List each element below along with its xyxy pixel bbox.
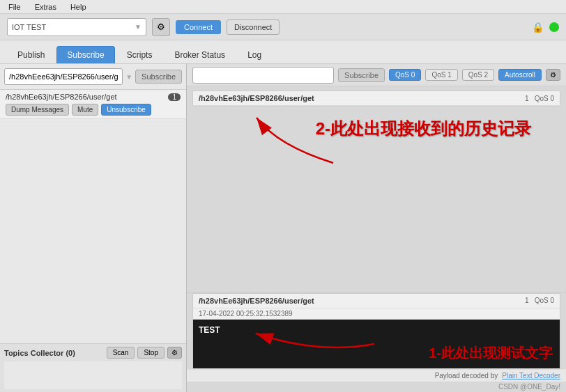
message-content-text: TEST <box>199 325 220 335</box>
disconnect-button[interactable]: Disconnect <box>227 19 280 35</box>
right-settings-button[interactable]: ⚙ <box>546 69 560 81</box>
qos0-button[interactable]: QoS 0 <box>389 69 421 81</box>
menu-file[interactable]: File <box>6 3 24 11</box>
mute-button[interactable]: Mute <box>72 104 98 116</box>
tab-log[interactable]: Log <box>237 46 272 63</box>
watermark: CSDN @ONE_Day! <box>187 382 566 392</box>
payload-bar: Payload decoded by Plain Text Decoder <box>187 369 566 382</box>
topics-collector-actions: Scan Stop ⚙ <box>107 347 182 359</box>
subscribe-topic-input[interactable] <box>4 68 123 85</box>
scan-button[interactable]: Scan <box>107 347 135 359</box>
right-top-bar: Subscribe QoS 0 QoS 1 QoS 2 Autoscroll ⚙ <box>187 64 566 86</box>
top-message-count: 1 <box>525 95 529 102</box>
menubar: File Extras Help <box>0 0 566 14</box>
status-dot <box>549 22 559 32</box>
bottom-message-count: 1 <box>525 297 529 305</box>
right-subscribe-button[interactable]: Subscribe <box>338 68 385 82</box>
bottom-section: /h28vhEe63jh/ESP8266/user/get 1 QoS 0 17… <box>187 292 566 392</box>
tab-broker-status[interactable]: Broker Status <box>164 46 236 63</box>
gear-button[interactable]: ⚙ <box>152 18 170 36</box>
arrow-2-svg <box>235 320 388 368</box>
bottom-message-qos: QoS 0 <box>535 297 554 305</box>
top-message-topic: /h28vhEe63jh/ESP8266/user/get <box>199 94 314 102</box>
topic-item-header: /h28vhEe63jh/ESP8266/user/get 1 <box>6 93 181 101</box>
bottom-message-card-header: /h28vhEe63jh/ESP8266/user/get 1 QoS 0 <box>193 294 560 308</box>
message-area: /h28vhEe63jh/ESP8266/user/get 1 QoS 0 <box>187 86 566 392</box>
subscribe-input-row: ▼ Subscribe <box>0 64 186 90</box>
bottom-message-meta: 1 QoS 0 <box>525 297 554 305</box>
unsubscribe-button[interactable]: Unsubscribe <box>101 104 151 116</box>
topics-collector: Topics Collector (0) Scan Stop ⚙ <box>0 343 186 392</box>
watermark-text: CSDN @ONE_Day! <box>498 383 560 391</box>
topics-settings-icon: ⚙ <box>171 349 178 356</box>
topics-settings-button[interactable]: ⚙ <box>167 347 182 359</box>
annotation-area: 2-此处出现接收到的历史记录 <box>187 111 566 292</box>
topic-item: /h28vhEe63jh/ESP8266/user/get 1 Dump Mes… <box>0 90 186 119</box>
toolbar: IOT TEST ▼ ⚙ Connect Disconnect 🔒 <box>0 14 566 40</box>
right-topic-input[interactable] <box>192 67 334 84</box>
connection-title: IOT TEST ▼ <box>7 18 146 36</box>
autoscroll-button[interactable]: Autoscroll <box>498 69 542 81</box>
main-area: ▼ Subscribe /h28vhEe63jh/ESP8266/user/ge… <box>0 64 566 392</box>
qos2-button[interactable]: QoS 2 <box>462 69 494 81</box>
topic-name: /h28vhEe63jh/ESP8266/user/get <box>6 93 117 101</box>
right-panel: Subscribe QoS 0 QoS 1 QoS 2 Autoscroll ⚙… <box>187 64 566 392</box>
menu-help[interactable]: Help <box>68 3 89 11</box>
tab-publish[interactable]: Publish <box>7 46 55 63</box>
top-message-qos: QoS 0 <box>535 95 554 102</box>
tab-subscribe[interactable]: Subscribe <box>56 46 114 63</box>
payload-decoder[interactable]: Plain Text Decoder <box>502 372 560 379</box>
message-content-area: TEST 1-此处出现测试文字 <box>193 320 560 368</box>
qos1-button[interactable]: QoS 1 <box>425 69 457 81</box>
left-panel: ▼ Subscribe /h28vhEe63jh/ESP8266/user/ge… <box>0 64 187 392</box>
left-empty-space <box>0 119 186 343</box>
topic-badge: 1 <box>168 93 181 101</box>
topic-actions: Dump Messages Mute Unsubscribe <box>6 104 181 116</box>
annotation-text-2: 1-此处出现测试文字 <box>429 344 553 363</box>
tabs-row: Publish Subscribe Scripts Broker Status … <box>0 40 566 64</box>
annotation-text-1: 2-此处出现接收到的历史记录 <box>316 118 531 140</box>
connect-button[interactable]: Connect <box>176 20 221 34</box>
tab-scripts[interactable]: Scripts <box>116 46 163 63</box>
gear-icon: ⚙ <box>157 22 165 32</box>
subscribe-button[interactable]: Subscribe <box>135 70 182 84</box>
lock-icon: 🔒 <box>532 22 544 33</box>
topics-collector-header: Topics Collector (0) Scan Stop ⚙ <box>4 347 182 359</box>
bottom-message-timestamp: 17-04-2022 00:25:32.1532389 <box>199 310 293 317</box>
menu-extras[interactable]: Extras <box>32 3 59 11</box>
stop-button[interactable]: Stop <box>137 347 165 359</box>
topics-collector-area <box>4 361 182 389</box>
dump-messages-button[interactable]: Dump Messages <box>6 104 69 116</box>
connection-title-text: IOT TEST <box>12 23 46 31</box>
bottom-message-topic: /h28vhEe63jh/ESP8266/user/get <box>199 297 314 305</box>
payload-label: Payload decoded by <box>435 372 498 379</box>
top-message-meta: 1 QoS 0 <box>525 95 554 102</box>
right-settings-icon: ⚙ <box>550 71 556 79</box>
topics-collector-title: Topics Collector (0) <box>4 349 75 357</box>
